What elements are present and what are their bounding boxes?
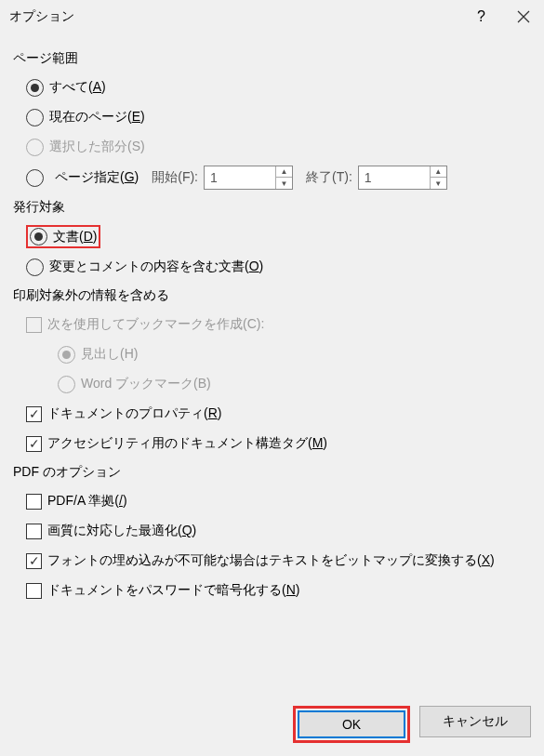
options-dialog: オプション ? ページ範囲 すべて(A) 現在のページ(E) 選択した部分(S) (0, 0, 544, 756)
checkbox-doc-props-label: ドキュメントのプロパティ(R) (47, 405, 221, 422)
radio-document-markup[interactable] (26, 259, 44, 276)
radio-all-label: すべて(A) (49, 79, 106, 96)
to-spinner[interactable]: 1 ▲▼ (358, 166, 447, 190)
spinner-up-icon[interactable]: ▲ (276, 166, 292, 178)
section-publish: 発行対象 (13, 199, 531, 216)
radio-current-page-label: 現在のページ(E) (49, 109, 145, 126)
from-label: 開始(F): (152, 169, 198, 186)
ok-button[interactable]: OK (298, 710, 405, 738)
highlight-document-option: 文書(D) (26, 225, 100, 248)
from-value: 1 (205, 170, 275, 185)
radio-document[interactable] (30, 228, 47, 245)
to-value: 1 (359, 170, 430, 185)
checkbox-doc-props[interactable]: ✓ (26, 406, 42, 422)
radio-selection-label: 選択した部分(S) (49, 139, 145, 155)
radio-word-bookmarks (58, 376, 75, 393)
checkbox-pdfa[interactable]: ✓ (26, 494, 42, 510)
radio-current-page[interactable] (26, 109, 44, 126)
radio-selection (26, 139, 44, 156)
checkbox-create-bookmarks-label: 次を使用してブックマークを作成(C): (47, 316, 264, 333)
radio-headings (58, 346, 75, 364)
cancel-button[interactable]: キャンセル (419, 706, 531, 737)
spinner-down-icon[interactable]: ▼ (431, 178, 446, 189)
section-pdf: PDF のオプション (13, 464, 531, 481)
spinner-up-icon[interactable]: ▲ (431, 166, 446, 178)
close-button[interactable] (502, 0, 544, 33)
checkbox-accessibility[interactable]: ✓ (26, 436, 42, 452)
help-button[interactable]: ? (460, 0, 502, 33)
checkbox-create-bookmarks: ✓ (26, 317, 42, 333)
radio-word-bookmarks-label: Word ブックマーク(B) (81, 376, 211, 392)
checkbox-optimize-label: 画質に対応した最適化(Q) (47, 523, 196, 539)
radio-pages[interactable] (26, 169, 44, 187)
dialog-footer: OK キャンセル (293, 706, 531, 743)
radio-all[interactable] (26, 79, 44, 97)
checkbox-bitmap-label: フォントの埋め込みが不可能な場合はテキストをビットマップに変換する(X) (47, 552, 495, 569)
spinner-down-icon[interactable]: ▼ (276, 178, 292, 189)
checkbox-encrypt-label: ドキュメントをパスワードで暗号化する(N) (47, 582, 299, 599)
highlight-ok-button: OK (293, 706, 410, 743)
section-page-range: ページ範囲 (13, 50, 531, 67)
radio-document-label: 文書(D) (53, 229, 97, 245)
radio-headings-label: 見出し(H) (81, 346, 138, 363)
checkbox-accessibility-label: アクセシビリティ用のドキュメント構造タグ(M) (47, 435, 327, 452)
titlebar: オプション ? (0, 0, 544, 33)
radio-document-markup-label: 変更とコメントの内容を含む文書(O) (49, 259, 263, 275)
section-nonprinting: 印刷対象外の情報を含める (13, 287, 531, 304)
from-spinner[interactable]: 1 ▲▼ (204, 166, 293, 190)
checkbox-bitmap[interactable]: ✓ (26, 553, 42, 569)
close-icon (517, 10, 530, 23)
checkbox-pdfa-label: PDF/A 準拠(/) (47, 493, 127, 510)
dialog-title: オプション (9, 8, 460, 25)
checkbox-encrypt[interactable]: ✓ (26, 583, 42, 599)
to-label: 終了(T): (306, 169, 352, 186)
radio-pages-label: ページ指定(G) (55, 169, 139, 186)
checkbox-optimize[interactable]: ✓ (26, 524, 42, 539)
